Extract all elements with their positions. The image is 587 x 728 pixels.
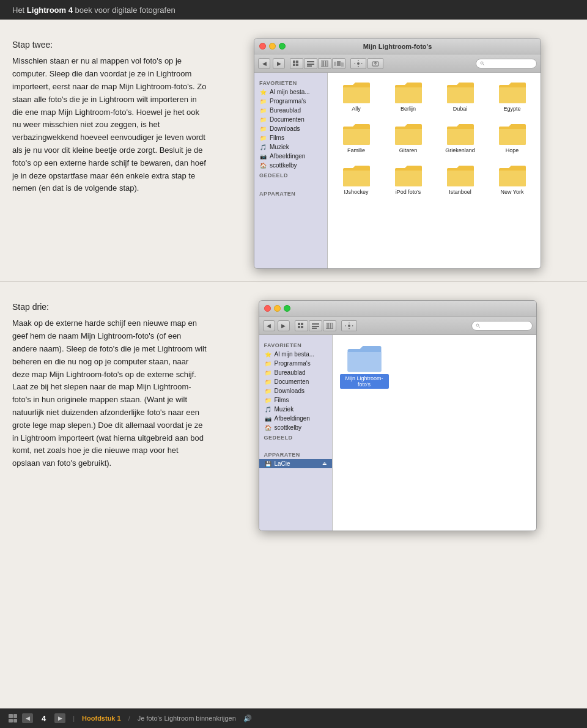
svg-rect-26: [328, 323, 330, 329]
folder-label-newyork: New York: [500, 189, 523, 195]
maximize-button-2[interactable]: [284, 305, 290, 312]
sidebar-item-lacie[interactable]: 💾 LaCie ⏏: [259, 459, 332, 468]
sidebar-item-movies-2[interactable]: 📁 Films: [259, 395, 332, 405]
stap-drie-p1: Maak op de externe harde schijf een nieu…: [12, 317, 208, 470]
sidebar-item-downloads-1[interactable]: 📁 Downloads: [254, 124, 327, 133]
gear-btn-2[interactable]: [341, 320, 357, 331]
sidebar-section-shared-1: GEDEELD: [254, 170, 327, 180]
sidebar-item-label: Bureaublad: [270, 107, 301, 114]
sidebar-item-all-files-1[interactable]: ⭐ Al mijn besta...: [254, 87, 327, 97]
sidebar-item-home-1[interactable]: 🏠 scottkelby: [254, 161, 327, 170]
prev-page-button[interactable]: ◀: [22, 713, 33, 723]
music-icon-2: 🎵: [264, 406, 272, 413]
svg-point-13: [357, 62, 360, 65]
folder-berlijn[interactable]: Berlijn: [385, 78, 432, 114]
column-view-btn-2[interactable]: [323, 320, 336, 331]
sidebar-item-desktop-1[interactable]: 📁 Bureaublad: [254, 106, 327, 115]
folder-gitaren[interactable]: Gitaren: [385, 119, 432, 156]
sidebar-item-label: Documenten: [275, 378, 309, 385]
folder-ipod[interactable]: iPod foto's: [385, 161, 432, 197]
folder-dubai[interactable]: Dubai: [437, 78, 484, 114]
apps-icon-1: 📁: [259, 98, 267, 105]
folder-label-egypte: Egypte: [503, 106, 520, 112]
share-btn-1[interactable]: [367, 58, 383, 69]
search-field-2[interactable]: [471, 321, 533, 331]
svg-rect-18: [298, 323, 300, 325]
folder-familie[interactable]: Familie: [333, 119, 380, 156]
svg-point-16: [481, 62, 483, 64]
gear-btn-1[interactable]: [350, 58, 366, 69]
svg-rect-21: [301, 326, 303, 328]
icon-view-btn-1[interactable]: [290, 58, 303, 69]
sidebar-item-downloads-2[interactable]: 📁 Downloads: [259, 386, 332, 395]
stap-twee-text: Stap twee: Misschien staan er nu al mapp…: [12, 38, 208, 269]
sidebar-item-music-1[interactable]: 🎵 Muziek: [254, 142, 327, 152]
minimize-button-1[interactable]: [269, 43, 276, 50]
sidebar-item-movies-1[interactable]: 📁 Films: [254, 133, 327, 142]
back-button-2[interactable]: ◀: [263, 320, 275, 331]
icon-view-btn-2[interactable]: [295, 320, 308, 331]
folder-ally[interactable]: Ally: [333, 78, 380, 114]
lacie-icon: 💾: [264, 460, 272, 467]
downloads-icon-1: 📁: [259, 125, 267, 132]
sidebar-item-label: Muziek: [270, 144, 289, 150]
folder-icon-newyork: [498, 163, 527, 188]
movies-icon-1: 📁: [259, 134, 267, 141]
folder-mijn-lightroom[interactable]: Mijn Lightroom-foto's: [338, 340, 391, 391]
sidebar-item-label: Films: [270, 134, 284, 141]
desktop-icon-2: 📁: [264, 369, 272, 376]
sidebar-item-pictures-2[interactable]: 📷 Afbeeldingen: [259, 414, 332, 423]
home-icon-2: 🏠: [264, 424, 272, 431]
docs-icon-2: 📁: [264, 378, 272, 385]
close-button-2[interactable]: [264, 305, 271, 312]
svg-rect-4: [307, 61, 314, 62]
sidebar-item-docs-2[interactable]: 📁 Documenten: [259, 377, 332, 386]
sidebar-item-pictures-1[interactable]: 📷 Afbeeldingen: [254, 152, 327, 161]
folder-istanboel[interactable]: Istanboel: [437, 161, 484, 197]
sidebar-item-desktop-2[interactable]: 📁 Bureaublad: [259, 368, 332, 377]
folder-icon-hope: [498, 122, 527, 146]
svg-rect-22: [312, 323, 319, 325]
folder-egypte[interactable]: Egypte: [489, 78, 536, 114]
list-view-btn-1[interactable]: [304, 58, 317, 69]
svg-rect-7: [321, 61, 323, 67]
sidebar-item-all-files-2[interactable]: ⭐ Al mijn besta...: [259, 350, 332, 359]
folder-hope[interactable]: Hope: [489, 119, 536, 156]
folder-label-ally: Ally: [352, 106, 361, 112]
stap-twee-title: Stap twee:: [12, 38, 208, 51]
sidebar-item-docs-1[interactable]: 📁 Documenten: [254, 115, 327, 124]
folder-newyork[interactable]: New York: [489, 161, 536, 197]
column-view-btn-1[interactable]: [318, 58, 331, 69]
folder-griekenland[interactable]: Griekenland: [437, 119, 484, 156]
coverflow-view-btn-1[interactable]: [332, 58, 345, 69]
folder-icon-dubai: [446, 80, 475, 105]
sidebar-item-home-2[interactable]: 🏠 scottkelby: [259, 423, 332, 432]
forward-button-1[interactable]: ▶: [273, 58, 285, 69]
close-button-1[interactable]: [259, 43, 266, 50]
folder-ijshockey[interactable]: IJshockey: [333, 161, 380, 197]
view-buttons-2: [295, 320, 336, 331]
finder-sidebar-2: FAVORIETEN ⭐ Al mijn besta... 📁 Programm…: [259, 335, 333, 531]
search-field-1[interactable]: [476, 59, 537, 68]
list-view-btn-2[interactable]: [309, 320, 322, 331]
svg-rect-27: [331, 323, 333, 329]
header-title: Het Lightroom 4 boek voor digitale fotog…: [12, 6, 175, 15]
svg-rect-20: [298, 326, 300, 328]
minimize-button-2[interactable]: [274, 305, 281, 312]
back-button-1[interactable]: ◀: [258, 58, 270, 69]
sidebar-item-apps-1[interactable]: 📁 Programma's: [254, 97, 327, 106]
sidebar-item-apps-2[interactable]: 📁 Programma's: [259, 359, 332, 368]
forward-button-2[interactable]: ▶: [278, 320, 290, 331]
finder-title-1: Mijn Lightroom-foto's: [363, 43, 432, 50]
finder-sidebar-1: FAVORIETEN ⭐ Al mijn besta... 📁 Programm…: [254, 73, 328, 268]
folder-icon-berlijn: [394, 80, 423, 105]
maximize-button-1[interactable]: [279, 43, 286, 50]
next-page-button[interactable]: ▶: [54, 713, 65, 723]
eject-icon[interactable]: ⏏: [322, 461, 327, 466]
sidebar-item-music-2[interactable]: 🎵 Muziek: [259, 405, 332, 414]
svg-rect-2: [293, 64, 295, 66]
svg-rect-6: [307, 65, 312, 67]
sidebar-item-label: Downloads: [275, 388, 305, 394]
svg-rect-0: [293, 61, 295, 63]
sidebar-section-devices-2: APPARATEN: [259, 449, 332, 459]
